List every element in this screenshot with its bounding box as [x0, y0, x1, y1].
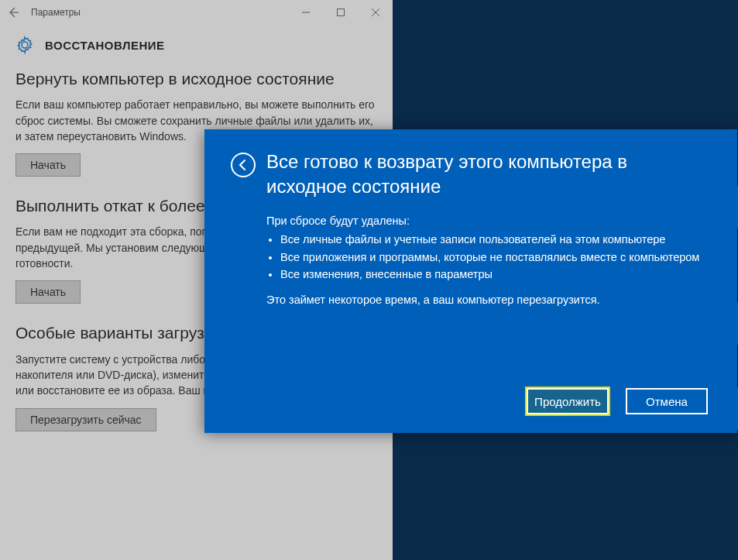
- close-button[interactable]: [358, 0, 393, 25]
- dialog-body: При сбросе будут удалены: Все личные фай…: [231, 200, 711, 308]
- gear-icon: [15, 36, 34, 54]
- continue-button[interactable]: Продолжить: [527, 388, 609, 414]
- dialog-bullet: Все изменения, внесенные в параметры: [280, 266, 711, 283]
- page-title: ВОССТАНОВЛЕНИЕ: [45, 39, 165, 52]
- rollback-start-button[interactable]: Начать: [15, 280, 81, 304]
- dialog-bullet: Все приложения и программы, которые не п…: [280, 249, 711, 266]
- dialog-intro: При сбросе будут удалены:: [266, 212, 711, 229]
- restart-now-button[interactable]: Перезагрузить сейчас: [15, 408, 156, 431]
- reset-confirmation-dialog: Все готово к возврату этого компьютера в…: [204, 129, 737, 433]
- back-button[interactable]: [6, 5, 20, 19]
- page-header: ВОССТАНОВЛЕНИЕ: [0, 25, 393, 68]
- dialog-back-button[interactable]: [231, 153, 256, 177]
- minimize-button[interactable]: [288, 0, 323, 25]
- dialog-note: Это займет некоторое время, а ваш компью…: [266, 291, 711, 308]
- svg-rect-1: [337, 9, 344, 16]
- window-controls: [288, 0, 393, 25]
- titlebar: Параметры: [0, 0, 393, 25]
- window-title: Параметры: [31, 7, 81, 18]
- section-heading: Вернуть компьютер в исходное состояние: [15, 68, 377, 89]
- dialog-bullet-list: Все личные файлы и учетные записи пользо…: [266, 231, 711, 283]
- maximize-button[interactable]: [323, 0, 358, 25]
- reset-start-button[interactable]: Начать: [15, 153, 81, 177]
- cancel-button[interactable]: Отмена: [626, 388, 708, 414]
- dialog-title: Все готово к возврату этого компьютера в…: [266, 149, 711, 200]
- dialog-bullet: Все личные файлы и учетные записи пользо…: [280, 231, 711, 248]
- dialog-footer: Продолжить Отмена: [231, 388, 711, 414]
